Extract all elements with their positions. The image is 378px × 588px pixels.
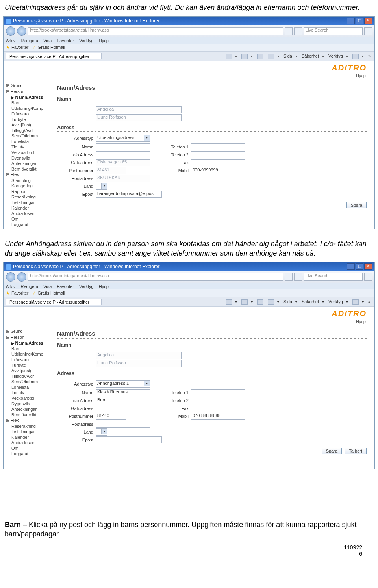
- cmd-sida[interactable]: Sida: [284, 299, 292, 304]
- refresh-button[interactable]: [285, 273, 293, 281]
- sidebar-item-reserakning[interactable]: Reseräkning: [6, 194, 49, 200]
- help-icon[interactable]: [352, 54, 359, 59]
- address-bar[interactable]: http://brooks/arbetstagaretest/Hmeny.asp: [28, 27, 283, 35]
- menu-hjalp[interactable]: Hjälp: [99, 284, 109, 289]
- sidebar-item-installningar[interactable]: Inställningar: [6, 200, 49, 205]
- sidebar-item-om[interactable]: Om: [6, 216, 49, 222]
- cmd-sida[interactable]: Sida: [284, 54, 292, 58]
- favorites-star-icon[interactable]: ★: [6, 45, 10, 50]
- sidebar-item-tillagg[interactable]: Tillägg/Avdr: [6, 128, 49, 133]
- sidebar-item-utbildning[interactable]: Utbildning/Komp: [6, 351, 49, 357]
- sidebar-item-dygnsvila[interactable]: Dygnsvila: [6, 401, 49, 406]
- fax-field[interactable]: [191, 159, 245, 166]
- co-field[interactable]: Bror: [96, 397, 150, 404]
- back-button[interactable]: [6, 272, 15, 282]
- print-icon[interactable]: [268, 54, 274, 59]
- menu-favoriter[interactable]: Favoriter: [57, 38, 74, 43]
- sidebar-item-andralosen[interactable]: Andra lösen: [6, 211, 49, 216]
- cmd-verktyg[interactable]: Verktyg: [328, 54, 343, 58]
- cmd-sakerhet[interactable]: Säkerhet: [302, 54, 319, 58]
- home-icon[interactable]: [226, 54, 232, 59]
- tab-active[interactable]: Personec självservice P - Adressuppgifte…: [6, 299, 102, 305]
- sidebar-item-veckoarbtid[interactable]: Veckoarbtid: [6, 150, 49, 155]
- epost-field[interactable]: härangerdudinprivata@e-post: [96, 191, 162, 198]
- namn-field[interactable]: [96, 143, 150, 150]
- sidebar-item-barn[interactable]: Barn: [6, 346, 49, 351]
- fav-link[interactable]: Gratis Hotmail: [38, 45, 65, 50]
- search-go-button[interactable]: [364, 273, 372, 281]
- sidebar-root-grund[interactable]: Grund: [6, 328, 49, 334]
- home-icon[interactable]: [226, 299, 232, 305]
- postadr-field[interactable]: [96, 421, 150, 428]
- chevron-down-icon[interactable]: ▾: [144, 135, 150, 141]
- mobil-field[interactable]: 070-9999999: [191, 167, 245, 174]
- sidebar-item-utbildning[interactable]: Utbildning/Komp: [6, 106, 49, 111]
- forward-button[interactable]: [17, 272, 26, 282]
- menu-arkiv[interactable]: Arkiv: [6, 284, 15, 289]
- namn-field[interactable]: Klas Klättermus: [96, 389, 150, 396]
- fax-field[interactable]: [191, 405, 245, 412]
- help-icon[interactable]: [352, 299, 359, 305]
- sidebar-item-semotid[interactable]: Sem/Ötid mm: [6, 133, 49, 139]
- sidebar-item-loggaut[interactable]: Logga ut: [6, 451, 49, 456]
- tab-active[interactable]: Personec självservice P - Adressuppgifte…: [6, 53, 102, 59]
- sidebar-item-lonelista[interactable]: Lönelista: [6, 384, 49, 390]
- sidebar-item-kalender[interactable]: Kalender: [6, 205, 49, 211]
- mobil-field[interactable]: 070-88888888: [191, 413, 245, 420]
- search-box[interactable]: Live Search: [304, 27, 363, 35]
- tel1-field[interactable]: [191, 143, 245, 150]
- save-button[interactable]: Spara: [322, 448, 342, 454]
- feeds-icon[interactable]: [241, 299, 248, 305]
- sidebar-item-namnadress[interactable]: Namn/Adress: [6, 95, 49, 100]
- back-button[interactable]: [6, 26, 15, 36]
- cmd-sakerhet[interactable]: Säkerhet: [302, 299, 319, 304]
- chevron-down-icon[interactable]: ▾: [101, 183, 107, 189]
- menu-redigera[interactable]: Redigera: [21, 38, 39, 43]
- tel1-field[interactable]: [191, 389, 245, 396]
- menu-visa[interactable]: Visa: [43, 38, 52, 43]
- help-link[interactable]: Hjälp: [4, 73, 374, 81]
- fav-link[interactable]: Gratis Hotmail: [38, 291, 65, 295]
- maximize-button[interactable]: ▢: [356, 18, 363, 24]
- menu-hjalp[interactable]: Hjälp: [99, 38, 109, 43]
- sidebar-item-lonelista[interactable]: Lönelista: [6, 139, 49, 144]
- address-bar[interactable]: http://brooks/arbetstagaretest/Hmeny.asp: [28, 273, 283, 281]
- sidebar-root-person[interactable]: Person: [6, 89, 49, 95]
- menu-verktyg[interactable]: Verktyg: [79, 38, 94, 43]
- sidebar-item-veckoarbtid[interactable]: Veckoarbtid: [6, 395, 49, 401]
- sidebar-item-korrigering[interactable]: Korrigering: [6, 183, 49, 189]
- sidebar-item-dygnsvila[interactable]: Dygnsvila: [6, 155, 49, 161]
- sidebar-item-turbyte[interactable]: Turbyte: [6, 117, 49, 122]
- minimize-button[interactable]: _: [347, 18, 355, 24]
- sidebar-item-loggaut[interactable]: Logga ut: [6, 222, 49, 227]
- sidebar-item-tillagg[interactable]: Tillägg/Avdr: [6, 373, 49, 379]
- stop-button[interactable]: [294, 273, 302, 281]
- maximize-button[interactable]: ▢: [356, 263, 363, 270]
- adresstyp-select[interactable]: Anhörigadress 1: [96, 380, 150, 388]
- sidebar-item-franvaro[interactable]: Frånvaro: [6, 111, 49, 117]
- menu-verktyg[interactable]: Verktyg: [79, 284, 94, 289]
- search-go-button[interactable]: [364, 27, 372, 35]
- sidebar-item-avvtjanstg[interactable]: Avv tjänstg: [6, 122, 49, 128]
- menu-favoriter[interactable]: Favoriter: [57, 284, 74, 289]
- menu-visa[interactable]: Visa: [43, 284, 52, 289]
- close-button[interactable]: ×: [364, 263, 372, 270]
- favorites-star-icon[interactable]: ★: [6, 291, 10, 295]
- search-box[interactable]: Live Search: [304, 273, 363, 281]
- tel2-field[interactable]: [191, 397, 245, 404]
- sidebar-item-namnadress[interactable]: Namn/Adress: [6, 340, 49, 346]
- menu-redigera[interactable]: Redigera: [21, 284, 39, 289]
- sidebar-item-bemoversikt[interactable]: Bem översikt: [6, 412, 49, 417]
- chevron-down-icon[interactable]: ▾: [144, 381, 150, 386]
- chevron-down-icon[interactable]: ▾: [101, 429, 107, 434]
- sidebar-item-reserakning[interactable]: Reseräkning: [6, 423, 49, 429]
- sidebar-item-kalender[interactable]: Kalender: [6, 434, 49, 440]
- sidebar-item-rapport[interactable]: Rapport: [6, 189, 49, 194]
- adresstyp-select[interactable]: Utbetalningsadress: [96, 135, 150, 142]
- menu-arkiv[interactable]: Arkiv: [6, 38, 15, 43]
- sidebar-item-anteckningar[interactable]: Anteckningar: [6, 406, 49, 412]
- mail-icon[interactable]: [257, 299, 263, 305]
- mail-icon[interactable]: [257, 54, 263, 59]
- sidebar-item-semotid[interactable]: Sem/Ötid mm: [6, 379, 49, 384]
- sidebar-root-flex[interactable]: Flex: [6, 417, 49, 423]
